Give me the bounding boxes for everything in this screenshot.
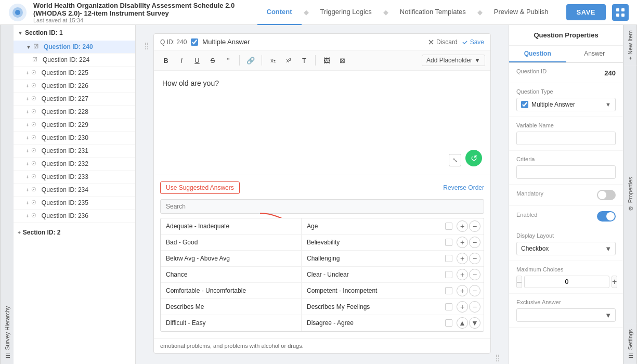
use-suggested-button[interactable]: Use Suggested Answers	[160, 181, 240, 194]
criteria-input[interactable]	[516, 165, 616, 179]
question-item-225[interactable]: + ☉ Question ID: 225	[14, 67, 135, 80]
answer-add-2[interactable]: +	[457, 237, 468, 248]
superscript-button[interactable]: x²	[282, 54, 295, 67]
refresh-button[interactable]: ↺	[465, 150, 482, 166]
variable-name-input[interactable]	[516, 132, 616, 145]
question-type-chevron-icon: ▼	[605, 101, 611, 108]
subscript-button[interactable]: x₂	[266, 54, 280, 67]
answer-actions-1: + −	[442, 220, 484, 232]
answer-remove-2[interactable]: −	[469, 237, 480, 248]
settings-tab[interactable]: ☰ Settings	[623, 324, 637, 364]
answer-add-3[interactable]: +	[457, 253, 468, 264]
enabled-toggle[interactable]	[597, 211, 616, 222]
exclusive-answer-select[interactable]	[516, 308, 616, 322]
tab-content[interactable]: Content	[257, 0, 302, 25]
answer-checkbox-4[interactable]	[445, 271, 452, 278]
answer-search-input[interactable]	[160, 199, 484, 214]
question-item-226[interactable]: + ☉ Question ID: 226	[14, 80, 135, 93]
underline-button[interactable]: U	[190, 54, 204, 67]
question-item-224[interactable]: ☑ Question ID: 224	[14, 54, 135, 67]
prop-question-type-row: Multiple Answer ▼	[516, 98, 616, 111]
max-choices-plus-button[interactable]: +	[612, 276, 617, 288]
question-item-227[interactable]: + ☉ Question ID: 227	[14, 93, 135, 106]
answer-add-6[interactable]: +	[457, 301, 468, 313]
toolbar-sep-3	[315, 55, 316, 66]
table-button[interactable]: ⊠	[335, 54, 349, 67]
app-title-group: World Health Organization Disability Ass…	[33, 2, 257, 23]
multiple-answer-checkbox[interactable]	[191, 38, 198, 46]
discard-icon	[428, 39, 434, 45]
mandatory-toggle[interactable]	[597, 190, 616, 200]
max-choices-minus-button[interactable]: –	[516, 276, 522, 288]
answer-remove-1[interactable]: −	[469, 220, 480, 232]
answer-up-7[interactable]: ▲	[457, 317, 468, 329]
text-format-button[interactable]: T	[297, 54, 311, 67]
tab-answer[interactable]: Answer	[566, 46, 623, 62]
question-type-checkbox[interactable]	[521, 101, 528, 108]
discard-button[interactable]: Discard	[428, 38, 458, 46]
question-item-230[interactable]: + ☉ Question ID: 230	[14, 132, 135, 145]
answer-remove-5[interactable]: −	[469, 285, 480, 296]
answer-checkbox-6[interactable]	[445, 303, 452, 310]
answer-remove-3[interactable]: −	[469, 253, 480, 264]
answer-remove-4[interactable]: −	[469, 269, 480, 280]
drag-handle-top[interactable]: ⣿	[144, 33, 149, 49]
answer-add-4[interactable]: +	[457, 269, 468, 280]
answer-down-7[interactable]: ▼	[469, 317, 480, 329]
answer-checkbox-1[interactable]	[445, 223, 452, 230]
q224-label: Question ID: 224	[43, 56, 89, 63]
question-item-234[interactable]: + ☉ Question ID: 234	[14, 184, 135, 197]
section-1-header[interactable]: ▼ Section ID: 1	[14, 25, 135, 41]
question-item-232[interactable]: + ☉ Question ID: 232	[14, 158, 135, 171]
strikethrough-button[interactable]: S	[206, 54, 219, 67]
question-item-229[interactable]: + ☉ Question ID: 229	[14, 119, 135, 132]
quote-button[interactable]: "	[222, 54, 235, 67]
answer-checkbox-5[interactable]	[445, 287, 452, 294]
answer-left-3: Below Avg - Above Avg	[161, 251, 301, 266]
q231-expand-icon: +	[26, 148, 29, 154]
drag-handle-bottom[interactable]: ⣿	[495, 33, 500, 361]
question-item-235[interactable]: + ☉ Question ID: 235	[14, 197, 135, 210]
grid-icon[interactable]	[612, 4, 629, 21]
q235-expand-icon: +	[26, 200, 29, 206]
question-item-233[interactable]: + ☉ Question ID: 233	[14, 171, 135, 184]
question-item-236[interactable]: + ☉ Question ID: 236	[14, 210, 135, 223]
answer-checkbox-2[interactable]	[445, 239, 452, 246]
reverse-order-button[interactable]: Reverse Order	[443, 184, 484, 191]
question-item-228[interactable]: + ☉ Question ID: 228	[14, 106, 135, 119]
collapse-button[interactable]: ⤡	[449, 154, 461, 166]
editor-header: Q ID: 240 Multiple Answer Discard Save	[154, 34, 490, 50]
answer-add-1[interactable]: +	[457, 220, 468, 232]
tab-question[interactable]: Question	[509, 46, 566, 62]
properties-icon: ⚙	[627, 205, 633, 212]
q232-expand-icon: +	[26, 161, 29, 167]
answer-right-5: Competent - Incompetent	[301, 283, 442, 298]
app-subtitle: Last saved at 15:34	[33, 17, 257, 23]
editor-content[interactable]: How old are you? ↺ ⤡	[154, 71, 490, 175]
answer-checkbox-3[interactable]	[445, 255, 452, 262]
tab-preview[interactable]: Preview & Publish	[485, 0, 558, 25]
new-item-tab[interactable]: + New Item	[623, 25, 637, 65]
save-sm-button[interactable]: Save	[462, 38, 484, 46]
answer-remove-6[interactable]: −	[469, 301, 480, 313]
save-button[interactable]: SAVE	[566, 4, 606, 20]
bold-button[interactable]: B	[159, 54, 173, 67]
max-choices-input[interactable]	[524, 276, 609, 288]
properties-tab[interactable]: ⚙ Properties	[623, 65, 637, 324]
display-layout-select[interactable]: Checkbox Radio Dropdown	[516, 242, 616, 255]
answer-actions-2: + −	[442, 237, 484, 248]
add-placeholder-button[interactable]: Add Placeholder ▼	[422, 55, 485, 66]
q236-expand-icon: +	[26, 213, 29, 219]
question-item-231[interactable]: + ☉ Question ID: 231	[14, 145, 135, 158]
section-2-header[interactable]: + Section ID: 2	[14, 225, 135, 240]
italic-button[interactable]: I	[175, 54, 188, 67]
answer-add-5[interactable]: +	[457, 285, 468, 296]
tab-triggering[interactable]: Triggering Logics	[311, 0, 381, 25]
q240-label: Question ID: 240	[44, 43, 93, 50]
tab-notification[interactable]: Notification Templates	[391, 0, 475, 25]
survey-hierarchy-tab[interactable]: ☰ Survey Hierarchy	[0, 25, 14, 364]
link-button[interactable]: 🔗	[244, 54, 257, 67]
image-button[interactable]: 🖼	[320, 54, 333, 67]
question-item-240[interactable]: ▼ ☑ Question ID: 240	[14, 41, 135, 54]
answer-checkbox-7[interactable]	[445, 319, 452, 327]
